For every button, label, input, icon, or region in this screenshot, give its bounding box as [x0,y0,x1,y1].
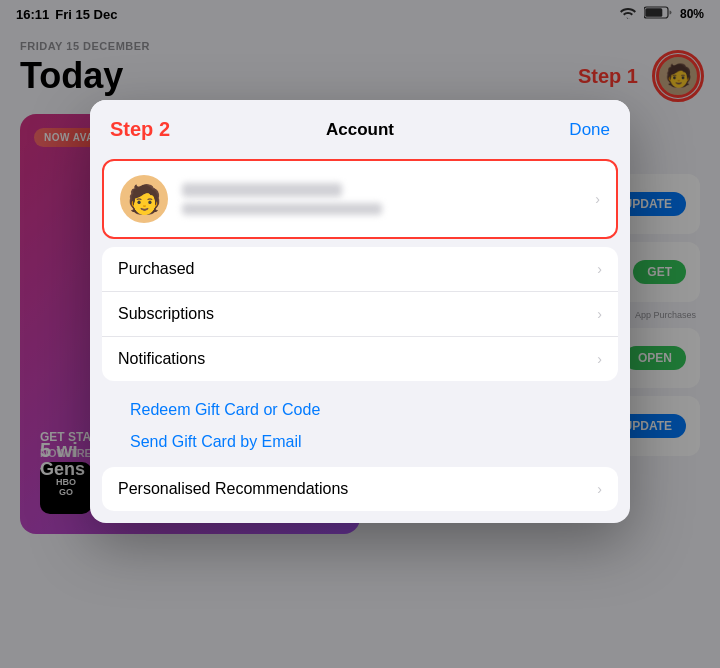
account-info [182,183,581,215]
modal-header: Step 2 Account Done [90,100,630,151]
purchased-chevron: › [597,261,602,277]
account-row-chevron: › [595,191,600,207]
personalised-recommendations-item[interactable]: Personalised Recommendations › [102,467,618,511]
account-avatar: 🧑 [120,175,168,223]
done-button[interactable]: Done [569,120,610,140]
modal-overlay: Step 2 Account Done 🧑 › Purchased › Subs… [0,0,720,668]
modal-title: Account [326,120,394,140]
personalised-section: Personalised Recommendations › [102,467,618,511]
account-name-blurred [182,183,342,197]
purchased-menu-item[interactable]: Purchased › [102,247,618,292]
send-gift-card-link[interactable]: Send Gift Card by Email [130,433,590,451]
subscriptions-label: Subscriptions [118,305,214,323]
notifications-menu-item[interactable]: Notifications › [102,337,618,381]
account-menu: Purchased › Subscriptions › Notification… [102,247,618,381]
account-row[interactable]: 🧑 › [102,159,618,239]
purchased-label: Purchased [118,260,195,278]
subscriptions-chevron: › [597,306,602,322]
action-links-section: Redeem Gift Card or Code Send Gift Card … [102,389,618,463]
step2-label: Step 2 [110,118,170,141]
personalised-recommendations-label: Personalised Recommendations [118,480,348,498]
redeem-gift-card-link[interactable]: Redeem Gift Card or Code [130,401,590,419]
account-modal: Step 2 Account Done 🧑 › Purchased › Subs… [90,100,630,523]
notifications-label: Notifications [118,350,205,368]
notifications-chevron: › [597,351,602,367]
subscriptions-menu-item[interactable]: Subscriptions › [102,292,618,337]
personalised-chevron: › [597,481,602,497]
account-email-blurred [182,203,382,215]
